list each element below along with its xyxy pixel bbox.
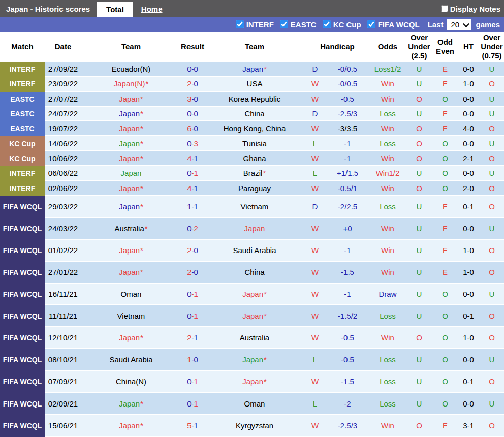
- column-header-over-under-2-5: Over Under (2.5): [405, 33, 433, 60]
- team-left-name: Oman: [121, 290, 142, 298]
- handicap-value: -2.5/3: [325, 415, 370, 437]
- display-notes-checkbox[interactable]: [441, 5, 448, 12]
- odd-even-result: O: [433, 393, 457, 415]
- over-under-0-75-result: U: [480, 136, 504, 151]
- win-draw-loss: L: [305, 349, 325, 371]
- full-time-score: 0-0: [181, 107, 204, 121]
- table-row: FIFA WCQL 07/09/21 China(N) 0-1 Japan* W…: [0, 371, 504, 393]
- home-star-marker: *: [140, 124, 143, 133]
- team-right: Korea Republic: [204, 92, 305, 107]
- handicap-value: -0.5/1: [325, 181, 370, 196]
- handicap-value: -0/0.5: [325, 62, 370, 77]
- score-right: -0: [192, 246, 198, 255]
- over-under-0-75-result: O: [480, 415, 504, 437]
- score-left: 5: [187, 421, 191, 430]
- half-time-score: 4-0: [457, 121, 480, 136]
- full-time-score: 6-0: [181, 121, 204, 136]
- odds-result: Win: [370, 77, 405, 91]
- team-left: Japan(N)*: [81, 77, 181, 91]
- team-right: Australia: [204, 327, 305, 349]
- odds-result: Loss: [370, 393, 405, 415]
- competition-name: FIFA WCQL: [3, 356, 42, 364]
- competition-name: FIFA WCQL: [3, 225, 42, 233]
- team-left: Oman: [81, 284, 181, 305]
- table-row: FIFA WCQL 12/10/21 Japan* 2-1 Australia …: [0, 327, 504, 349]
- match-date: 08/10/21: [45, 349, 81, 371]
- full-time-score: 0-1: [181, 393, 204, 415]
- competition-badge: FIFA WCQL: [0, 349, 45, 371]
- team-left-name: Japan: [119, 421, 140, 430]
- team-right: Paraguay: [204, 181, 305, 196]
- over-under-0-75-result: O: [480, 327, 504, 349]
- team-right: Japan*: [204, 284, 305, 305]
- over-under-2-5-result: U: [405, 262, 433, 284]
- filter-label-kc-cup: KC Cup: [333, 20, 361, 29]
- home-star-marker: *: [140, 184, 143, 193]
- half-time-score: 0-0: [457, 218, 480, 240]
- half-time-score: 0-1: [457, 305, 480, 327]
- match-date: 07/09/21: [45, 371, 81, 393]
- competition-badge: EASTC: [0, 121, 45, 136]
- handicap-value: +1/1.5: [325, 166, 370, 181]
- score-right: -0: [192, 109, 198, 118]
- match-date: 27/07/22: [45, 92, 81, 107]
- home-star-marker: *: [140, 333, 143, 342]
- filter-checkbox-eastc[interactable]: [280, 20, 288, 28]
- games-count-select[interactable]: 20: [447, 19, 471, 30]
- home-star-marker: *: [140, 139, 143, 148]
- team-right-name: Hong Kong, China: [224, 124, 286, 133]
- score-left: 0: [187, 399, 191, 408]
- team-left-name: Vietnam: [117, 311, 145, 320]
- full-time-score: 0-1: [181, 284, 204, 305]
- table-row: FIFA WCQL 24/03/22 Australia* 0-2 Japan …: [0, 218, 504, 240]
- competition-name: EASTC: [10, 110, 34, 118]
- score-right: -0: [192, 124, 198, 133]
- handicap-value: -1: [325, 240, 370, 262]
- table-row: FIFA WCQL 15/06/21 Japan* 5-1 Kyrgyzstan…: [0, 415, 504, 437]
- team-left-name: Japan: [119, 139, 140, 148]
- team-right-name: Japan: [244, 224, 265, 233]
- over-under-0-75-result: O: [480, 240, 504, 262]
- tab-total[interactable]: Total: [97, 2, 133, 17]
- games-count-select-wrap: 20: [447, 19, 471, 30]
- score-left: 1: [187, 202, 191, 211]
- handicap-value: -3/3.5: [325, 121, 370, 136]
- team-right: Japan*: [204, 349, 305, 371]
- filter-checkbox-kc-cup[interactable]: [323, 20, 331, 28]
- odd-even-result: O: [433, 305, 457, 327]
- over-under-0-75-result: U: [480, 218, 504, 240]
- over-under-2-5-result: O: [405, 181, 433, 196]
- filter-checkbox-interf[interactable]: [236, 20, 244, 28]
- home-star-marker: *: [264, 65, 267, 73]
- handicap-value: -2.5/3: [325, 107, 370, 121]
- competition-badge: INTERF: [0, 181, 45, 196]
- competition-badge: FIFA WCQL: [0, 371, 45, 393]
- score-left: 0: [187, 139, 191, 148]
- win-draw-loss: W: [305, 92, 325, 107]
- competition-badge: INTERF: [0, 166, 45, 181]
- score-right: -0: [192, 95, 198, 103]
- match-date: 02/06/22: [45, 181, 81, 196]
- team-left: China(N): [81, 371, 181, 393]
- over-under-2-5-result: U: [405, 284, 433, 305]
- win-draw-loss: W: [305, 218, 325, 240]
- competition-badge: INTERF: [0, 77, 45, 91]
- team-left-name: Japan: [119, 109, 140, 118]
- over-under-0-75-result: U: [480, 92, 504, 107]
- odd-even-result: E: [433, 107, 457, 121]
- over-under-2-5-result: U: [405, 77, 433, 91]
- match-date: 27/09/22: [45, 62, 81, 77]
- odd-even-result: O: [433, 327, 457, 349]
- match-date: 15/06/21: [45, 415, 81, 437]
- filter-checkbox-fifa-wcql[interactable]: [367, 20, 375, 28]
- team-right-name: Japan: [242, 355, 263, 364]
- match-date: 01/02/22: [45, 240, 81, 262]
- table-header: Match Date Team Result Team Handicap Odd…: [0, 32, 504, 62]
- odd-even-result: O: [433, 166, 457, 181]
- home-star-marker: *: [264, 377, 267, 386]
- tab-home[interactable]: Home: [133, 0, 171, 17]
- top-bar: Japan - Historic scores Total Home Displ…: [0, 0, 504, 17]
- handicap-value: -2: [325, 393, 370, 415]
- half-time-score: 0-0: [457, 393, 480, 415]
- over-under-0-75-result: O: [480, 196, 504, 218]
